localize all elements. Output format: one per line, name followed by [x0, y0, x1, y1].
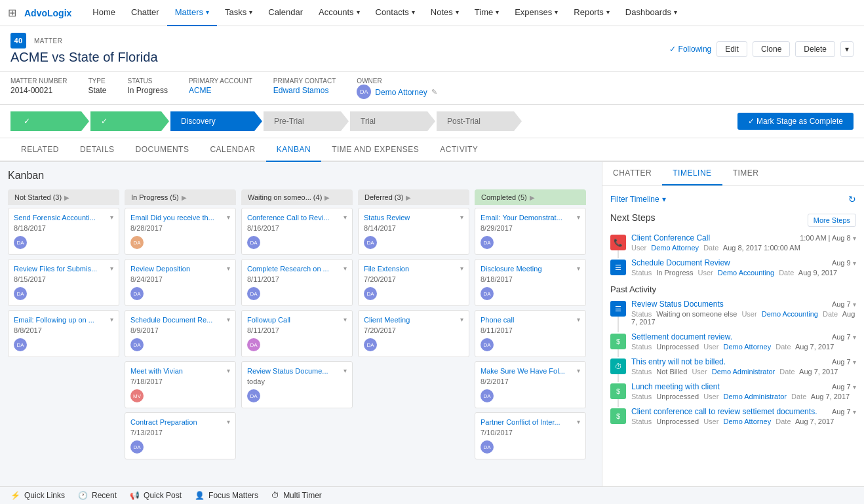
card-dropdown[interactable]: ▾	[227, 214, 230, 221]
card-dropdown[interactable]: ▾	[460, 265, 463, 272]
stage-trial[interactable]: Trial	[350, 111, 437, 131]
card-dropdown[interactable]: ▾	[577, 316, 580, 323]
client-conf-user[interactable]: Demo Attorney	[723, 417, 771, 425]
card-dropdown[interactable]: ▾	[110, 265, 113, 272]
card-in-progress-2[interactable]: Review Deposition ▾ 8/24/2017 DA	[125, 259, 236, 306]
review-status-user[interactable]: Demo Accounting	[762, 310, 818, 318]
timeline-dropdown[interactable]: ▾	[853, 301, 856, 308]
filter-timeline-button[interactable]: Filter Timeline ▾	[610, 195, 666, 204]
card-waiting-4[interactable]: Review Status Docume... ▾ today DA	[241, 361, 353, 408]
stage-pre-trial[interactable]: Pre-Trial	[264, 111, 350, 131]
timeline-title-conference-call[interactable]: Client Conference Call	[631, 233, 710, 242]
card-deferred-2[interactable]: File Extension ▾ 7/20/2017 DA	[358, 259, 469, 306]
card-in-progress-1[interactable]: Email Did you receive th... ▾ 8/28/2017 …	[125, 208, 236, 255]
tab-related[interactable]: RELATED	[10, 138, 69, 162]
primary-contact-link[interactable]: Edward Stamos	[273, 86, 336, 95]
nav-item-accounts[interactable]: Accounts ▾	[311, 0, 367, 26]
stage-2[interactable]: ✓	[90, 111, 170, 131]
tab-chatter[interactable]: CHATTER	[602, 162, 662, 185]
focus-matters-button[interactable]: 👤 Focus Matters	[195, 491, 258, 500]
stage-1[interactable]: ✓	[10, 111, 90, 131]
nav-item-expenses[interactable]: Expenses ▾	[507, 0, 566, 26]
nav-item-time[interactable]: Time ▾	[467, 0, 507, 26]
card-dropdown[interactable]: ▾	[227, 418, 230, 425]
nav-item-dashboards[interactable]: Dashboards ▾	[618, 0, 685, 26]
nav-item-reports[interactable]: Reports ▾	[566, 0, 618, 26]
timeline-title-settlement[interactable]: Settlement document review.	[631, 332, 732, 341]
card-waiting-1[interactable]: Conference Call to Revi... ▾ 8/16/2017 D…	[241, 208, 353, 255]
card-dropdown[interactable]: ▾	[110, 316, 113, 323]
tab-kanban[interactable]: KANBAN	[266, 138, 321, 162]
tab-activity[interactable]: ACTIVITY	[429, 138, 488, 162]
timeline-title-client-conf[interactable]: Client conference call to review settiem…	[631, 407, 817, 416]
not-billed-user[interactable]: Demo Administrator	[712, 368, 776, 376]
conference-call-user[interactable]: Demo Attorney	[651, 244, 699, 252]
delete-button[interactable]: Delete	[795, 41, 835, 57]
multi-timer-button[interactable]: ⏱ Multi Timer	[271, 491, 322, 500]
timeline-title-lunch[interactable]: Lunch meeting with client	[631, 382, 720, 391]
edit-button[interactable]: Edit	[717, 41, 747, 57]
owner-edit-icon[interactable]: ✎	[431, 88, 437, 96]
card-not-started-2[interactable]: Review Files for Submis... ▾ 8/15/2017 D…	[8, 259, 119, 306]
refresh-button[interactable]: ↻	[848, 194, 856, 204]
app-name[interactable]: AdvoLogix	[24, 8, 71, 18]
mark-complete-button[interactable]: ✓ Mark Stage as Complete	[737, 113, 854, 130]
card-dropdown[interactable]: ▾	[577, 214, 580, 221]
following-button[interactable]: ✓ Following	[669, 45, 712, 54]
tab-documents[interactable]: DOCUMENTS	[125, 138, 200, 162]
tab-calendar[interactable]: CALENDAR	[199, 138, 265, 162]
more-actions-button[interactable]: ▾	[840, 41, 854, 57]
card-dropdown[interactable]: ▾	[460, 316, 463, 323]
card-deferred-1[interactable]: Status Review ▾ 8/14/2017 DA	[358, 208, 469, 255]
nav-item-tasks[interactable]: Tasks ▾	[217, 0, 260, 26]
card-dropdown[interactable]: ▾	[344, 316, 347, 323]
card-not-started-1[interactable]: Send Forensic Accounti... ▾ 8/18/2017 DA	[8, 208, 119, 255]
tab-details[interactable]: DETAILS	[69, 138, 125, 162]
lunch-user[interactable]: Demo Administrator	[723, 393, 787, 400]
more-steps-button[interactable]: More Steps	[808, 214, 856, 227]
tab-time-expenses[interactable]: TIME AND EXPENSES	[321, 138, 429, 162]
card-dropdown[interactable]: ▾	[577, 418, 580, 425]
card-not-started-3[interactable]: Email: Following up on ... ▾ 8/8/2017 DA	[8, 310, 119, 357]
card-dropdown[interactable]: ▾	[460, 214, 463, 221]
card-dropdown[interactable]: ▾	[110, 214, 113, 221]
timeline-title-not-billed[interactable]: This entry will not be billed.	[631, 357, 726, 366]
nav-item-notes[interactable]: Notes ▾	[423, 0, 467, 26]
primary-account-link[interactable]: ACME	[189, 86, 252, 95]
nav-item-matters[interactable]: Matters ▾	[167, 0, 217, 26]
card-dropdown[interactable]: ▾	[344, 214, 347, 221]
timeline-dropdown[interactable]: ▾	[853, 408, 856, 416]
settlement-user[interactable]: Demo Attorney	[723, 343, 771, 351]
nav-item-home[interactable]: Home	[85, 0, 123, 26]
clone-button[interactable]: Clone	[753, 41, 790, 57]
nav-item-contacts[interactable]: Contacts ▾	[368, 0, 423, 26]
card-dropdown[interactable]: ▾	[227, 316, 230, 323]
timeline-dropdown[interactable]: ▾	[853, 260, 856, 267]
stage-post-trial[interactable]: Post-Trial	[437, 111, 523, 131]
owner-link[interactable]: Demo Attorney	[375, 88, 427, 97]
card-dropdown[interactable]: ▾	[577, 265, 580, 272]
card-completed-2[interactable]: Disclosure Meeting ▾ 8/18/2017 DA	[475, 259, 586, 306]
timeline-dropdown[interactable]: ▾	[853, 359, 856, 366]
card-dropdown[interactable]: ▾	[344, 265, 347, 272]
card-in-progress-4[interactable]: Meet with Vivian ▾ 7/18/2017 MV	[125, 361, 236, 408]
timeline-dropdown[interactable]: ▾	[853, 383, 856, 391]
card-waiting-3[interactable]: Followup Call ▾ 8/11/2017 DA	[241, 310, 353, 357]
card-completed-4[interactable]: Make Sure We Have Fol... ▾ 8/2/2017 DA	[475, 361, 586, 408]
card-in-progress-5[interactable]: Contract Preparation ▾ 7/13/2017 DA	[125, 412, 236, 459]
nav-item-calendar[interactable]: Calendar	[260, 0, 311, 26]
card-deferred-3[interactable]: Client Meeting ▾ 7/20/2017 DA	[358, 310, 469, 357]
grid-icon[interactable]: ⊞	[8, 7, 16, 19]
recent-button[interactable]: 🕐 Recent	[78, 491, 117, 500]
card-dropdown[interactable]: ▾	[577, 367, 580, 374]
card-dropdown[interactable]: ▾	[227, 367, 230, 374]
card-in-progress-3[interactable]: Schedule Document Re... ▾ 8/9/2017 DA	[125, 310, 236, 357]
quick-post-button[interactable]: 📢 Quick Post	[130, 491, 182, 500]
stage-discovery[interactable]: Discovery	[170, 111, 264, 131]
tab-timer[interactable]: TIMER	[722, 162, 770, 185]
schedule-review-user[interactable]: Demo Accounting	[718, 269, 774, 277]
card-completed-1[interactable]: Email: Your Demonstrat... ▾ 8/29/2017 DA	[475, 208, 586, 255]
timeline-dropdown[interactable]: ▾	[853, 334, 856, 341]
timeline-title-schedule-review[interactable]: Schedule Document Review	[631, 258, 730, 267]
card-dropdown[interactable]: ▾	[227, 265, 230, 272]
